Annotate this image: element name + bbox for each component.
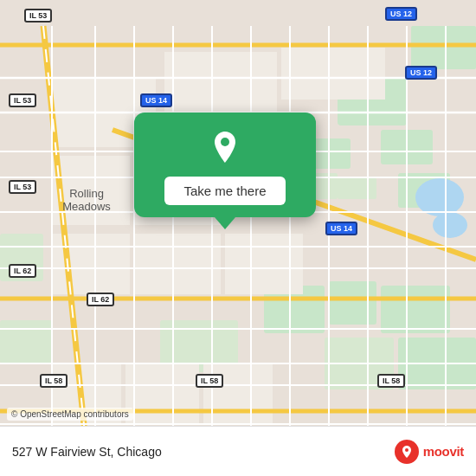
road-badge-il53-top: IL 53	[24, 9, 52, 23]
svg-text:Rolling: Rolling	[69, 187, 104, 200]
osm-attribution: © OpenStreetMap contributors	[7, 408, 133, 421]
road-badge-us14-right: US 14	[325, 222, 357, 235]
svg-rect-26	[225, 234, 303, 294]
road-badge-us12-top-right: US 12	[385, 7, 417, 21]
road-badge-il58-mid: IL 58	[196, 374, 223, 388]
road-badge-il58-left: IL 58	[40, 374, 68, 388]
location-pin-icon	[206, 128, 244, 166]
svg-rect-25	[134, 234, 221, 294]
road-badge-us12-right: US 12	[405, 66, 437, 80]
svg-text:Meadows: Meadows	[62, 200, 111, 213]
svg-rect-29	[203, 363, 273, 424]
road-badge-us14-mid: US 14	[140, 93, 172, 107]
svg-rect-2	[411, 26, 476, 69]
svg-point-61	[405, 448, 408, 452]
road-badge-il62-mid: IL 62	[87, 293, 114, 306]
svg-rect-6	[338, 177, 376, 199]
moovit-icon	[395, 440, 419, 464]
location-popup: Take me there	[134, 113, 316, 217]
svg-rect-14	[0, 320, 52, 363]
take-me-there-button[interactable]: Take me there	[164, 177, 285, 205]
bottom-bar: 527 W Fairview St, Chicago moovit	[0, 426, 476, 476]
address-label: 527 W Fairview St, Chicago	[12, 445, 162, 459]
road-badge-il53-left2: IL 53	[9, 180, 36, 194]
moovit-text: moovit	[423, 444, 464, 459]
road-badge-il58-right: IL 58	[377, 374, 405, 388]
svg-point-16	[415, 178, 464, 216]
moovit-logo: moovit	[395, 440, 464, 464]
road-badge-il62-left: IL 62	[9, 264, 36, 278]
svg-rect-9	[329, 281, 376, 325]
svg-rect-10	[381, 286, 450, 333]
road-badge-il53-left1: IL 53	[9, 93, 36, 107]
svg-point-17	[433, 212, 467, 238]
svg-rect-28	[125, 363, 199, 424]
svg-rect-20	[281, 48, 385, 100]
svg-rect-19	[164, 52, 277, 113]
map-container: Rolling Meadows IL 53 US 12 US 14 US 12 …	[0, 0, 476, 476]
svg-point-60	[221, 138, 229, 146]
